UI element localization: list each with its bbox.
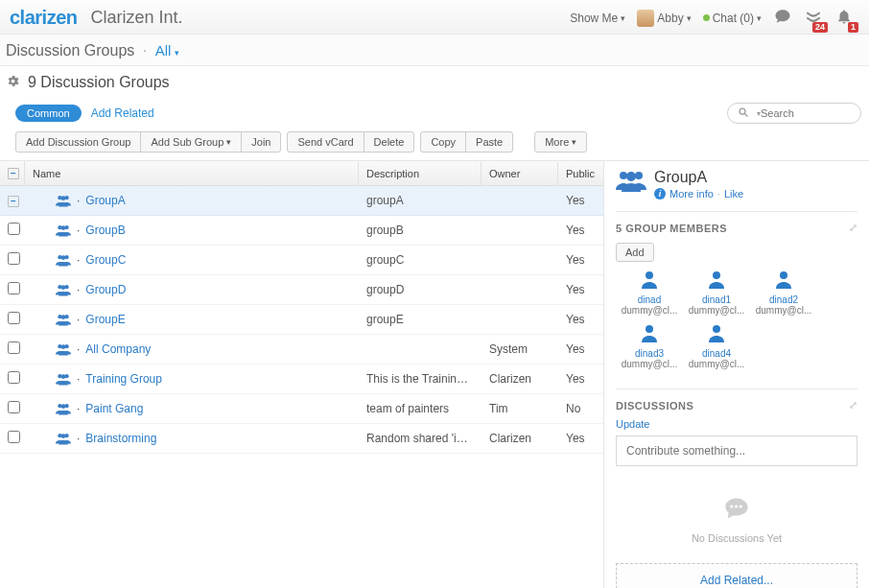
row-description: groupB [359, 223, 481, 237]
table-row[interactable]: ·Paint Gangteam of paintersTimNo [0, 394, 603, 424]
row-checkbox[interactable] [8, 401, 20, 413]
show-me-menu[interactable]: Show Me▾ [570, 12, 625, 25]
table-row[interactable]: ·GroupDgroupDYes [0, 275, 603, 305]
member-card[interactable]: dinad4dummy@cl... [683, 323, 750, 369]
like-link[interactable]: Like [724, 188, 743, 200]
column-description[interactable]: Description [359, 162, 481, 185]
expand-icon[interactable]: ⤢ [849, 399, 857, 412]
member-card[interactable]: dinad1dummy@cl... [683, 270, 750, 316]
row-checkbox[interactable] [8, 223, 20, 235]
row-name-link[interactable]: Brainstorming [85, 432, 156, 445]
column-owner[interactable]: Owner [481, 162, 558, 185]
member-name: dinad1 [683, 294, 750, 305]
svg-point-22 [61, 374, 66, 379]
row-owner: System [481, 342, 558, 356]
chevron-down-icon: ▾ [621, 13, 625, 23]
add-related-link[interactable]: Add Related [91, 106, 154, 120]
row-name-link[interactable]: All Company [85, 342, 151, 356]
column-public[interactable]: Public [558, 162, 600, 185]
member-card[interactable]: dinad3dummy@cl... [616, 323, 683, 369]
chevron-down-icon: ▾ [226, 137, 231, 147]
row-checkbox[interactable] [8, 252, 20, 265]
row-name-link[interactable]: GroupB [85, 223, 125, 237]
group-icon [56, 372, 71, 386]
row-checkbox[interactable] [8, 371, 20, 384]
activity-icon[interactable]: 24 [805, 8, 822, 29]
row-name-link[interactable]: GroupD [85, 283, 126, 296]
table-row[interactable]: ·GroupCgroupCYes [0, 246, 603, 275]
join-button[interactable]: Join [241, 131, 281, 153]
svg-point-4 [61, 196, 66, 200]
table-row[interactable]: ·Training GroupThis is the Training Grou… [0, 365, 603, 394]
add-member-button[interactable]: Add [616, 243, 654, 262]
row-description: groupD [359, 283, 481, 296]
member-email: dummy@cl... [683, 359, 750, 369]
svg-point-25 [61, 404, 66, 409]
add-sub-group-button[interactable]: Add Sub Group ▾ [140, 131, 242, 153]
row-name-link[interactable]: Paint Gang [85, 402, 143, 415]
row-name-link[interactable]: Training Group [85, 372, 162, 386]
svg-point-13 [61, 285, 66, 290]
messages-icon[interactable] [774, 8, 791, 29]
table-row[interactable]: ·GroupEgroupEYes [0, 305, 603, 335]
search-box[interactable]: ▾ [727, 103, 861, 124]
chat-menu[interactable]: Chat (0)▾ [703, 12, 762, 25]
paste-button[interactable]: Paste [465, 131, 513, 153]
tab-common[interactable]: Common [15, 105, 82, 122]
collapse-all-icon[interactable]: − [8, 168, 19, 179]
chevron-down-icon: ▾ [572, 137, 576, 147]
row-name-link[interactable]: GroupA [85, 194, 125, 207]
discussions-section-title: DISCUSSIONS [616, 400, 693, 412]
table-row[interactable]: −·GroupAgroupAYes [0, 186, 603, 216]
grid-header: − Name Description Owner Public [0, 161, 603, 186]
row-public: Yes [558, 432, 600, 445]
row-description: team of painters [359, 402, 481, 415]
send-vcard-button[interactable]: Send vCard [287, 131, 364, 153]
expand-icon[interactable]: ⤢ [849, 222, 857, 234]
contribute-input[interactable] [616, 435, 857, 466]
collapse-icon[interactable]: − [8, 196, 19, 207]
row-name-link[interactable]: GroupE [85, 313, 125, 326]
user-menu[interactable]: Abby▾ [637, 10, 691, 27]
update-link[interactable]: Update [616, 418, 649, 430]
chevron-down-icon: ▾ [687, 13, 692, 23]
column-name[interactable]: Name [25, 162, 359, 185]
copy-button[interactable]: Copy [420, 131, 466, 153]
gear-icon[interactable] [6, 74, 20, 91]
table-row[interactable]: ·All CompanySystemYes [0, 335, 603, 365]
svg-point-33 [713, 271, 720, 279]
row-owner: Clarizen [481, 432, 558, 445]
group-count-title: 9 Discussion Groups [28, 74, 170, 91]
svg-point-7 [61, 225, 66, 230]
notifications-icon[interactable]: 1 [835, 8, 853, 29]
group-icon [56, 283, 71, 296]
toolbar: Add Discussion Group Add Sub Group ▾ Joi… [0, 131, 869, 160]
table-row[interactable]: ·BrainstormingRandom shared 'ideas ...Cl… [0, 424, 603, 454]
row-description: Random shared 'ideas ... [359, 432, 481, 445]
row-public: Yes [558, 253, 600, 267]
filter-dropdown[interactable]: All ▾ [155, 42, 180, 59]
svg-point-35 [646, 325, 653, 333]
row-checkbox[interactable] [8, 341, 20, 354]
row-checkbox[interactable] [8, 312, 20, 324]
member-email: dummy@cl... [616, 359, 683, 369]
row-name-link[interactable]: GroupC [85, 253, 126, 267]
person-icon [616, 323, 683, 346]
add-discussion-group-button[interactable]: Add Discussion Group [15, 131, 141, 153]
more-button[interactable]: More ▾ [534, 131, 587, 153]
svg-point-28 [61, 434, 66, 438]
member-card[interactable]: dinaddummy@cl... [616, 270, 683, 316]
add-related-button[interactable]: Add Related... [616, 563, 857, 588]
member-card[interactable]: dinad2dummy@cl... [750, 270, 817, 316]
delete-button[interactable]: Delete [364, 131, 415, 153]
svg-point-31 [626, 172, 636, 181]
table-row[interactable]: ·GroupBgroupBYes [0, 216, 603, 246]
search-input[interactable] [761, 107, 857, 119]
svg-point-10 [61, 255, 66, 260]
row-public: No [558, 402, 600, 415]
chevron-down-icon: ▾ [175, 48, 179, 58]
svg-point-16 [61, 315, 66, 319]
more-info-link[interactable]: More info [669, 188, 714, 200]
row-checkbox[interactable] [8, 282, 20, 294]
row-checkbox[interactable] [8, 431, 20, 443]
